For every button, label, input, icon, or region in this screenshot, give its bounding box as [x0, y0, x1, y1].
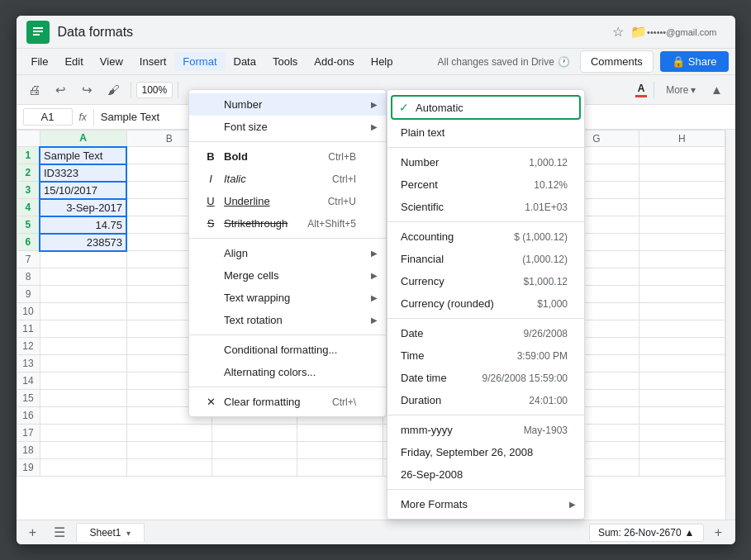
number-date[interactable]: Date 9/26/2008 [387, 322, 584, 344]
cell-19-8[interactable] [639, 459, 725, 477]
cell-19-2[interactable] [126, 459, 212, 477]
format-menu-clear[interactable]: ✕ Clear formatting Ctrl+\ [189, 391, 386, 413]
undo-button[interactable]: ↩ [50, 78, 73, 102]
row-header-13[interactable]: 13 [17, 355, 40, 373]
row-header-9[interactable]: 9 [17, 286, 40, 303]
cell-13-1[interactable] [40, 355, 126, 373]
more-button[interactable]: More ▾ [661, 83, 700, 97]
cell-14-1[interactable] [40, 373, 126, 390]
cell-17-4[interactable] [297, 425, 383, 442]
row-header-15[interactable]: 15 [17, 390, 40, 407]
menu-file[interactable]: File [23, 52, 57, 71]
menu-format[interactable]: Format [174, 52, 225, 71]
menu-help[interactable]: Help [363, 52, 402, 71]
number-more-formats[interactable]: More Formats [387, 493, 584, 515]
format-menu-text-wrapping[interactable]: Text wrapping [189, 287, 386, 309]
add-column-button[interactable]: + [709, 523, 729, 543]
cell-17-2[interactable] [126, 425, 212, 442]
number-currency[interactable]: Currency $1,000.12 [387, 270, 584, 292]
cell-1-1[interactable]: Sample Text [40, 147, 126, 164]
row-header-16[interactable]: 16 [17, 407, 40, 425]
cell-16-8[interactable] [639, 407, 725, 425]
cell-14-8[interactable] [639, 373, 725, 390]
cell-1-8[interactable] [639, 147, 725, 164]
number-accounting[interactable]: Accounting $ (1,000.12) [387, 225, 584, 248]
cell-4-8[interactable] [639, 199, 725, 216]
cell-reference[interactable]: A1 [23, 108, 73, 126]
row-header-1[interactable]: 1 [17, 147, 40, 164]
row-header-3[interactable]: 3 [17, 182, 40, 199]
zoom-selector[interactable]: 100% [136, 82, 173, 98]
col-header-a[interactable]: A [40, 131, 126, 147]
cell-10-1[interactable] [40, 303, 126, 320]
format-menu-bold[interactable]: B Bold Ctrl+B [189, 145, 386, 168]
cell-11-1[interactable] [40, 320, 126, 338]
cell-5-1[interactable]: 14.75 [40, 216, 126, 234]
cell-19-1[interactable] [40, 459, 126, 477]
format-menu-underline[interactable]: U Underline Ctrl+U [189, 190, 386, 212]
cell-19-3[interactable] [212, 459, 297, 477]
cell-9-8[interactable] [639, 286, 725, 303]
cell-18-3[interactable] [212, 442, 297, 459]
cell-5-8[interactable] [639, 216, 725, 234]
cell-19-4[interactable] [297, 459, 383, 477]
row-header-14[interactable]: 14 [17, 373, 40, 390]
menu-data[interactable]: Data [226, 52, 264, 71]
number-datetime[interactable]: Date time 9/26/2008 15:59:00 [387, 367, 584, 389]
format-menu-text-rotation[interactable]: Text rotation [189, 309, 386, 331]
cell-8-8[interactable] [639, 268, 725, 286]
format-menu-font-size[interactable]: Font size [189, 116, 386, 138]
redo-button[interactable]: ↪ [76, 78, 99, 102]
menu-edit[interactable]: Edit [56, 52, 91, 71]
cell-17-1[interactable] [40, 425, 126, 442]
print-button[interactable]: 🖨 [23, 78, 46, 102]
number-short-date[interactable]: 26-Sep-2008 [387, 463, 584, 486]
format-menu-conditional[interactable]: Conditional formatting... [189, 339, 386, 361]
cell-15-1[interactable] [40, 390, 126, 407]
number-currency-rounded[interactable]: Currency (rounded) $1,000 [387, 292, 584, 315]
sheet-tab-1[interactable]: Sheet1 ▾ [76, 523, 145, 542]
cell-11-8[interactable] [639, 320, 725, 338]
number-long-date[interactable]: Friday, September 26, 2008 [387, 441, 584, 463]
sum-box[interactable]: Sum: 26-Nov-2670 ▲ [589, 524, 704, 542]
row-header-11[interactable]: 11 [17, 320, 40, 338]
toolbar-collapse-button[interactable]: ▲ [706, 78, 729, 102]
number-number[interactable]: Number 1,000.12 [387, 151, 584, 173]
number-scientific[interactable]: Scientific 1.01E+03 [387, 196, 584, 218]
cell-18-4[interactable] [297, 442, 383, 459]
menu-insert[interactable]: Insert [131, 52, 175, 71]
cell-10-8[interactable] [639, 303, 725, 320]
cell-12-1[interactable] [40, 338, 126, 355]
cell-4-1[interactable]: 3-Sep-2017 [40, 199, 126, 216]
cell-18-8[interactable] [639, 442, 725, 459]
row-header-17[interactable]: 17 [17, 425, 40, 442]
vertical-scrollbar[interactable] [725, 130, 735, 520]
cell-6-1[interactable]: 238573 [40, 234, 126, 251]
paint-format-button[interactable]: 🖌 [102, 78, 126, 102]
row-header-18[interactable]: 18 [17, 442, 40, 459]
cell-7-1[interactable] [40, 251, 126, 268]
menu-addons[interactable]: Add-ons [306, 52, 362, 71]
format-menu-italic[interactable]: I Italic Ctrl+I [189, 168, 386, 190]
cell-12-8[interactable] [639, 338, 725, 355]
row-header-10[interactable]: 10 [17, 303, 40, 320]
format-menu-align[interactable]: Align [189, 242, 386, 264]
cell-15-8[interactable] [639, 390, 725, 407]
number-plain-text[interactable]: Plain text [387, 121, 584, 144]
cell-3-1[interactable]: 15/10/2017 [40, 182, 126, 199]
row-header-4[interactable]: 4 [17, 199, 40, 216]
number-financial[interactable]: Financial (1,000.12) [387, 248, 584, 270]
cell-17-3[interactable] [212, 425, 297, 442]
format-menu-alternating[interactable]: Alternating colors... [189, 361, 386, 383]
star-icon[interactable]: ☆ [612, 24, 624, 40]
col-header-h[interactable]: H [639, 131, 725, 147]
number-time[interactable]: Time 3:59:00 PM [387, 344, 584, 367]
cell-13-8[interactable] [639, 355, 725, 373]
font-color-button[interactable]: A [635, 83, 647, 97]
format-menu-merge[interactable]: Merge cells [189, 264, 386, 287]
cell-2-1[interactable]: ID3323 [40, 164, 126, 182]
cell-17-8[interactable] [639, 425, 725, 442]
number-mmm-yyyy[interactable]: mmm-yyyy May-1903 [387, 419, 584, 441]
cell-18-1[interactable] [40, 442, 126, 459]
number-duration[interactable]: Duration 24:01:00 [387, 389, 584, 411]
